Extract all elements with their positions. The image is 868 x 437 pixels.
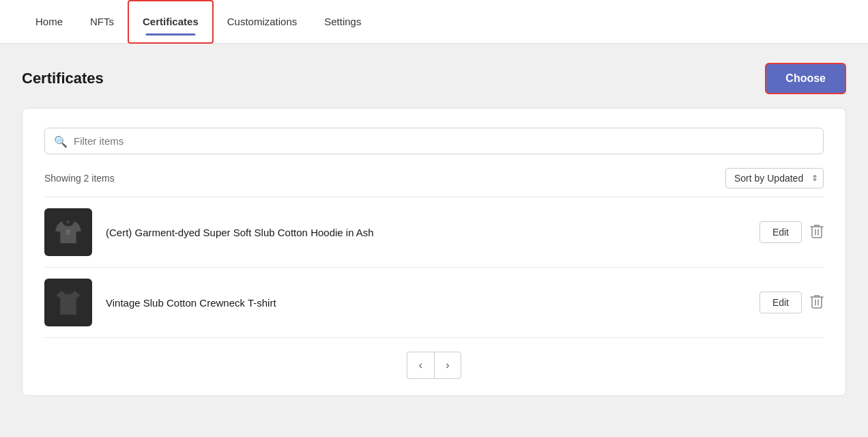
item-name-1: (Cert) Garment-dyed Super Soft Slub Cott…	[106, 227, 760, 238]
filter-input-wrapper: 🔍	[44, 128, 824, 154]
page-title: Certificates	[22, 70, 104, 87]
nav-item-home[interactable]: Home	[22, 0, 76, 44]
page-header: Certificates Choose	[22, 63, 846, 94]
showing-row: Showing 2 items Sort by Updated Sort by …	[44, 168, 824, 188]
nav-bar: Home NFTs Certificates Customizations Se…	[0, 0, 868, 44]
tshirt-icon	[52, 286, 85, 319]
svg-point-0	[67, 221, 70, 224]
list-item: (Cert) Garment-dyed Super Soft Slub Cott…	[44, 197, 824, 268]
nav-item-customizations[interactable]: Customizations	[214, 0, 311, 44]
list-item: Vintage Slub Cotton Crewneck T-shirt Edi…	[44, 268, 824, 338]
search-icon: 🔍	[54, 135, 68, 147]
filter-row: 🔍	[44, 128, 824, 154]
showing-text: Showing 2 items	[44, 173, 115, 184]
edit-button-1[interactable]: Edit	[760, 221, 802, 243]
item-actions-1: Edit	[760, 221, 824, 243]
delete-icon-1[interactable]	[810, 223, 824, 242]
nav-item-nfts[interactable]: NFTs	[76, 0, 128, 44]
item-thumbnail-2	[44, 279, 92, 326]
item-actions-2: Edit	[760, 292, 824, 313]
main-card: 🔍 Showing 2 items Sort by Updated Sort b…	[22, 108, 846, 396]
filter-input[interactable]	[44, 128, 824, 154]
next-page-button[interactable]: ›	[434, 352, 461, 379]
edit-button-2[interactable]: Edit	[760, 292, 802, 313]
item-name-2: Vintage Slub Cotton Crewneck T-shirt	[106, 297, 760, 309]
choose-button[interactable]: Choose	[765, 63, 846, 94]
nav-item-certificates[interactable]: Certificates	[128, 0, 214, 44]
delete-icon-2[interactable]	[810, 294, 824, 312]
item-thumbnail-1	[44, 208, 92, 256]
prev-page-button[interactable]: ‹	[407, 352, 434, 379]
page-content: Certificates Choose 🔍 Showing 2 items So…	[0, 44, 868, 415]
hoodie-icon	[52, 216, 85, 249]
pagination: ‹ ›	[44, 352, 824, 379]
nav-item-settings[interactable]: Settings	[310, 0, 375, 44]
sort-wrapper: Sort by Updated Sort by Name Sort by Cre…	[725, 168, 824, 188]
sort-select[interactable]: Sort by Updated Sort by Name Sort by Cre…	[725, 168, 824, 188]
